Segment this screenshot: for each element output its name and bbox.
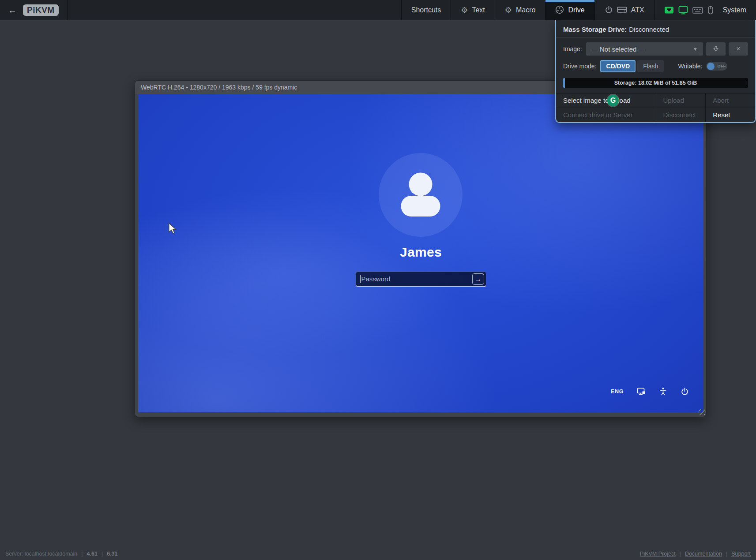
mode-flash-button[interactable]: Flash	[637, 60, 664, 72]
image-select[interactable]: — Not selected — ▼	[586, 42, 703, 56]
ethernet-status-icon	[664, 6, 674, 15]
remote-screen[interactable]: James Password → ENG	[138, 94, 703, 412]
menu-system[interactable]: System	[654, 0, 756, 20]
server-hostname: Server: localhost.localdomain	[5, 551, 77, 557]
close-icon: ×	[736, 45, 740, 53]
drive-mode-label-colon: :	[595, 63, 597, 70]
link-support[interactable]: Support	[731, 551, 751, 557]
accessibility-icon[interactable]	[659, 387, 667, 396]
back-arrow-icon[interactable]: ←	[8, 5, 17, 15]
kvmd-version: 4.61	[87, 551, 98, 557]
chevron-down-icon: ▼	[693, 46, 698, 52]
image-select-value: — Not selected —	[591, 45, 645, 53]
menu-drive-label: Drive	[568, 6, 584, 14]
menu-macro-label: Macro	[516, 6, 535, 14]
window-resize-handle[interactable]	[699, 409, 705, 415]
menu-text[interactable]: ⚙ Text	[451, 0, 494, 20]
mode-cdrom-button[interactable]: CD/DVD	[600, 60, 636, 72]
power-icon	[605, 5, 613, 15]
mouse-status-icon	[707, 6, 714, 15]
menu-atx[interactable]: ATX	[594, 0, 654, 20]
menu-shortcuts[interactable]: Shortcuts	[401, 0, 451, 20]
writable-label: Writable:	[678, 63, 702, 70]
grammarly-icon[interactable]: G	[607, 95, 619, 106]
menu-text-label: Text	[472, 6, 485, 14]
remove-image-button[interactable]: ×	[729, 42, 748, 56]
storage-progress-label: Storage: 18.02 MiB of 51.85 GiB	[563, 78, 748, 88]
drive-mode-row: Drive mode: CD/DVD Flash Writable: OFF	[563, 60, 748, 72]
display-status-icon	[678, 6, 688, 15]
link-pikvm-project[interactable]: PiKVM Project	[640, 551, 676, 557]
download-icon	[712, 45, 720, 53]
abort-button[interactable]: Abort	[705, 93, 755, 108]
person-icon	[379, 153, 463, 237]
login-username: James	[138, 245, 703, 260]
menu-shortcuts-label: Shortcuts	[411, 6, 441, 14]
status-indicators	[664, 6, 714, 15]
menu-macro[interactable]: ⚙ Macro	[495, 0, 545, 20]
writable-toggle[interactable]: OFF	[706, 62, 727, 71]
upload-button[interactable]: Upload	[656, 93, 706, 108]
storage-progress-bar: Storage: 18.02 MiB of 51.85 GiB	[563, 78, 748, 88]
reset-button[interactable]: Reset	[705, 108, 755, 122]
menu-drive[interactable]: Drive	[545, 0, 594, 20]
separator: |	[102, 551, 103, 557]
separator: |	[680, 551, 681, 557]
toggle-state-label: OFF	[717, 64, 726, 68]
gear-icon: ⚙	[461, 6, 468, 14]
login-tray-icons: ENG	[611, 387, 689, 396]
power-icon[interactable]	[681, 387, 689, 396]
link-documentation[interactable]: Documentation	[685, 551, 722, 557]
password-input[interactable]: Password →	[356, 272, 486, 287]
menu-group: Shortcuts ⚙ Text ⚙ Macro D	[401, 0, 756, 20]
footer-links: PiKVM Project | Documentation | Support	[640, 551, 751, 557]
server-box-icon	[617, 5, 627, 15]
pikvm-logo[interactable]: PiKVM	[23, 4, 59, 16]
pikvm-app: ← PiKVM Shortcuts ⚙ Text ⚙ Macro	[0, 0, 756, 560]
stream-window: WebRTC H.264 - 1280x720 / 1963 kbps / 59…	[135, 80, 707, 417]
connect-server-button[interactable]: Connect drive to Server	[556, 108, 656, 122]
gear-icon: ⚙	[505, 6, 512, 14]
logo-area: ← PiKVM	[0, 0, 68, 20]
top-menu-bar: ← PiKVM Shortcuts ⚙ Text ⚙ Macro	[0, 0, 756, 20]
language-indicator[interactable]: ENG	[611, 388, 624, 395]
drive-mode-label: Drive mode:	[563, 63, 596, 70]
keyboard-status-icon	[692, 6, 703, 14]
os-version: 6.31	[107, 551, 117, 557]
download-image-button[interactable]	[706, 42, 726, 56]
divider	[556, 37, 755, 38]
drive-mode-label-pre: Drive	[563, 63, 578, 70]
status-bar: Server: localhost.localdomain | 4.61 | 6…	[0, 548, 756, 560]
drive-actions-grid: Select image to upload G Upload Abort Co…	[556, 93, 755, 122]
drive-title-label: Mass Storage Drive:	[563, 26, 627, 33]
separator: |	[81, 551, 83, 557]
network-icon[interactable]	[637, 388, 646, 396]
separator: |	[726, 551, 727, 557]
drive-panel-title: Mass Storage Drive:Disconnected	[556, 20, 755, 37]
drive-panel: Mass Storage Drive:Disconnected Image: —…	[555, 20, 756, 123]
menu-system-label: System	[723, 6, 746, 14]
disconnect-button[interactable]: Disconnect	[656, 108, 706, 122]
password-placeholder: Password	[361, 275, 472, 283]
password-submit-button[interactable]: →	[472, 273, 484, 285]
disc-icon	[555, 5, 564, 15]
image-label: Image:	[563, 45, 582, 52]
user-avatar	[379, 153, 463, 237]
image-row: Image: — Not selected — ▼ ×	[563, 42, 748, 56]
drive-mode-label-word: mode	[579, 63, 595, 70]
select-image-button[interactable]: Select image to upload G	[556, 93, 656, 108]
menu-atx-label: ATX	[631, 6, 644, 14]
drive-status-value: Disconnected	[629, 26, 669, 33]
toggle-knob	[707, 63, 715, 70]
select-image-label: Select image to upload	[563, 97, 631, 104]
